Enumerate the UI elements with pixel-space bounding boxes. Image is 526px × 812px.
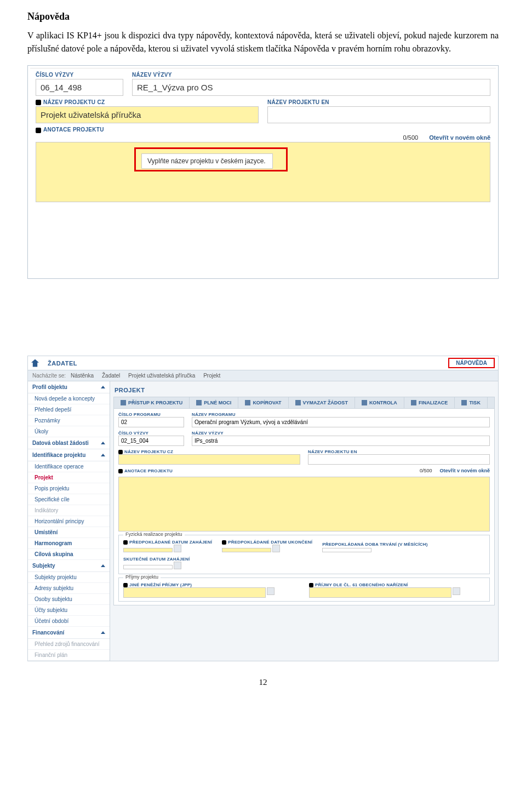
input-nazev-vyzvy[interactable] (192, 436, 490, 446)
sidebar-item[interactable]: Cílová skupina (28, 549, 110, 560)
breadcrumb-item[interactable]: Žadatel (102, 373, 120, 379)
sidebar-item[interactable]: Subjekty projektu (28, 572, 110, 583)
sidebar-item-projekt[interactable]: Projekt (28, 472, 110, 483)
sidebar-item[interactable]: Umístění (28, 527, 110, 538)
label-nazev-projektu-en: NÁZEV PROJEKTU EN (308, 449, 490, 454)
sidebar-section-subjekty[interactable]: Subjekty (28, 560, 110, 572)
input-skutecne[interactable] (123, 565, 173, 569)
chevron-up-icon (101, 564, 105, 567)
sidebar-item[interactable]: Identifikace operace (28, 461, 110, 472)
tool-pristup[interactable]: PŘÍSTUP K PROJEKTU (114, 397, 190, 408)
lock-icon (411, 400, 416, 405)
screenshot-1: ČÍSLO VÝZVY NÁZEV VÝZVY NÁZEV PROJEKTU C… (27, 65, 499, 279)
tool-kopirovat[interactable]: KOPÍROVAT (238, 397, 288, 408)
sidebar-item[interactable]: Adresy subjektu (28, 583, 110, 594)
sidebar-item[interactable]: Indikátory (28, 505, 110, 516)
napoveda-button[interactable]: NÁPOVĚDA (448, 358, 495, 368)
textarea-anotace[interactable] (118, 477, 490, 531)
tooltip-text: Vyplňte název projektu v českém jazyce. (141, 153, 273, 169)
input-cislo-vyzvy[interactable] (118, 436, 184, 446)
sidebar-item[interactable]: Poznámky (28, 415, 110, 426)
label-nazev-programu: NÁZEV PROGRAMU (192, 412, 490, 417)
sidebar-item[interactable]: Horizontální principy (28, 516, 110, 527)
legend-fyzicka: Fyzická realizace projektu (123, 531, 185, 537)
envelope-icon (196, 400, 202, 405)
input-nazev-projektu-en[interactable] (267, 106, 490, 123)
input-nazev-projektu-en[interactable] (308, 454, 490, 465)
breadcrumb-item[interactable]: Projekt uživatelská příručka (128, 373, 195, 379)
main-panel: PROJEKT PŘÍSTUP K PROJEKTU PLNÉ MOCI KOP… (110, 381, 498, 661)
breadcrumb: Nacházíte se: Nástěnka Žadatel Projekt u… (28, 370, 498, 381)
breadcrumb-item[interactable]: Nástěnka (71, 373, 94, 379)
breadcrumb-item[interactable]: Projekt (203, 373, 220, 379)
input-ukonceni[interactable] (222, 548, 271, 552)
open-new-window-link[interactable]: Otevřít v novém okně (429, 134, 490, 141)
char-counter: 0/500 (403, 134, 419, 141)
open-new-window-link[interactable]: Otevřít v novém okně (439, 468, 490, 473)
label-cislo-vyzvy: ČÍSLO VÝZVY (36, 72, 123, 78)
breadcrumb-label: Nacházíte se: (32, 373, 66, 379)
page-title: PROJEKT (113, 384, 495, 397)
input-nazev-vyzvy[interactable] (132, 79, 490, 96)
sidebar-item[interactable]: Účetní období (28, 616, 110, 627)
input-prijmy-61[interactable] (309, 587, 451, 598)
input-cislo-programu[interactable] (118, 417, 184, 427)
calendar-icon[interactable] (174, 545, 181, 552)
sidebar-section-datova[interactable]: Datová oblast žádosti (28, 437, 110, 449)
tool-plne-moci[interactable]: PLNÉ MOCI (190, 397, 238, 408)
calendar-icon[interactable] (174, 562, 181, 569)
label-prijmy-61: PŘÍJMY DLE ČL. 61 OBECNÉHO NAŘÍZENÍ (309, 582, 485, 587)
sidebar-item[interactable]: Úkoly (28, 426, 110, 437)
print-icon (461, 400, 467, 405)
calendar-icon[interactable] (272, 545, 280, 552)
dropdown-icon[interactable] (453, 587, 460, 595)
label-nazev-projektu-cz: NÁZEV PROJEKTU CZ (36, 99, 259, 105)
input-nazev-projektu-cz[interactable] (118, 454, 300, 465)
delete-icon (295, 400, 301, 405)
legend-prijmy: Příjmy projektu (123, 574, 161, 580)
people-icon (121, 400, 126, 405)
char-counter: 0/500 (420, 468, 432, 473)
sidebar-item[interactable]: Přehled zdrojů financování (28, 639, 110, 650)
tool-finalizace[interactable]: FINALIZACE (404, 397, 455, 408)
tool-vymazat[interactable]: VYMAZAT ŽÁDOST (289, 397, 355, 408)
check-icon (362, 400, 367, 405)
label-trvani: PŘEDPOKLÁDANÁ DOBA TRVÁNÍ (V MĚSÍCÍCH) (322, 542, 428, 547)
fieldset-fyzicka-realizace: Fyzická realizace projektu PŘEDPOKLÁDANÉ… (118, 535, 490, 574)
sidebar-item[interactable]: Finanční plán (28, 650, 110, 661)
sidebar-item[interactable]: Účty subjektu (28, 605, 110, 616)
label-zahajeni: PŘEDPOKLÁDANÉ DATUM ZAHÁJENÍ (123, 540, 212, 545)
tooltip-highlight: Vyplňte název projektu v českém jazyce. (134, 147, 288, 171)
input-nazev-programu[interactable] (192, 417, 490, 427)
input-nazev-projektu-cz[interactable] (36, 106, 259, 123)
chevron-up-icon (101, 631, 105, 634)
sidebar-section-identifikace[interactable]: Identifikace projektu (28, 449, 110, 461)
input-jine-prijmy[interactable] (123, 587, 266, 598)
chevron-up-icon (101, 442, 105, 444)
input-zahajeni[interactable] (123, 548, 173, 552)
sidebar-item[interactable]: Harmonogram (28, 538, 110, 549)
label-nazev-projektu-en: NÁZEV PROJEKTU EN (267, 99, 490, 105)
dropdown-icon[interactable] (267, 587, 275, 595)
label-ukonceni: PŘEDPOKLÁDANÉ DATUM UKONČENÍ (222, 540, 312, 545)
home-icon[interactable] (31, 359, 39, 367)
sidebar-section-profil[interactable]: Profil objektu (28, 381, 110, 393)
sidebar-section-financovani[interactable]: Financování (28, 627, 110, 639)
page-number: 12 (27, 678, 499, 687)
label-jine-prijmy: JINÉ PENĚŽNÍ PŘÍJMY (JPP) (123, 582, 299, 587)
input-trvani[interactable] (322, 548, 371, 552)
input-cislo-vyzvy[interactable] (36, 79, 123, 96)
tab-zadatel[interactable]: ŽADATEL (48, 360, 77, 367)
sidebar-item[interactable]: Specifické cíle (28, 494, 110, 505)
tool-kontrola[interactable]: KONTROLA (355, 397, 404, 408)
sidebar-item[interactable]: Přehled depeší (28, 404, 110, 415)
sidebar-item[interactable]: Nová depeše a koncepty (28, 393, 110, 404)
toolbar: PŘÍSTUP K PROJEKTU PLNÉ MOCI KOPÍROVAT V… (113, 397, 495, 409)
tool-tisk[interactable]: TISK (455, 397, 488, 408)
intro-paragraph: V aplikaci IS KP14+ jsou k dispozici dva… (27, 29, 499, 55)
section-heading: Nápověda (27, 11, 499, 22)
sidebar-item[interactable]: Popis projektu (28, 483, 110, 494)
label-nazev-vyzvy: NÁZEV VÝZVY (132, 72, 490, 78)
label-anotace: ANOTACE PROJEKTU (36, 127, 104, 133)
sidebar-item[interactable]: Osoby subjektu (28, 594, 110, 605)
